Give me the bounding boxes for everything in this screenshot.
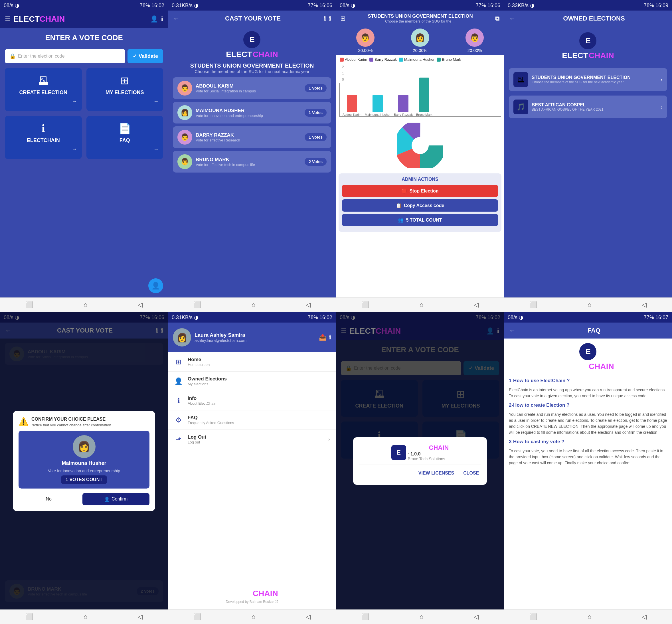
menu-icon[interactable]: ☰ [5, 16, 10, 23]
drawer-home-icon: ⊞ [174, 358, 183, 366]
nav-back-5[interactable]: ◁ [138, 613, 143, 621]
owned-header: ← OWNED ELECTIONS [504, 10, 672, 27]
nav-square-4[interactable]: ⬜ [529, 301, 537, 309]
fab-button[interactable]: 👤 [148, 278, 163, 293]
candidate-card-2[interactable]: 👨 BARRY RAZZAK Vote for effective Resear… [173, 126, 331, 148]
drawer-name: Laura Ashley Samira [195, 332, 247, 338]
back-button-2[interactable]: ← [173, 15, 180, 23]
validate-button[interactable]: ✓ Validate [128, 49, 163, 63]
nav-square[interactable]: ⬜ [25, 301, 33, 309]
drawer-logout-item[interactable]: ⬏ Log Out Log out › [168, 430, 336, 449]
bottom-nav-7: ⬜ ⌂ ◁ [336, 609, 504, 624]
nav-home-8[interactable]: ⌂ [588, 613, 591, 621]
my-elections-card[interactable]: ⊞ MY ELECTIONS → [86, 68, 163, 111]
faq-logo: E ELECT CHAIN [562, 343, 614, 371]
confirm-header: ⚠️ CONFIRM YOUR CHOICE PLEASE Notice tha… [19, 417, 150, 427]
faq-logo-elect: ELECT [562, 362, 588, 371]
nav-back-8[interactable]: ◁ [642, 613, 647, 621]
copy-btn-icon: 📋 [396, 203, 402, 208]
cast-title: CAST YOUR VOTE [185, 15, 321, 22]
bar-label-1: Maimouna Husher [365, 113, 390, 116]
nav-home-2[interactable]: ⌂ [252, 301, 255, 309]
nav-back-3[interactable]: ◁ [474, 301, 479, 309]
info-icon[interactable]: ℹ [161, 16, 163, 23]
bar-1 [372, 95, 383, 112]
drawer-upload-icon[interactable]: 📤 [319, 334, 327, 341]
status-left-3: 08/s ◑ [340, 2, 355, 8]
info-icon-2a[interactable]: ℹ [324, 15, 326, 22]
status-bar-8: 08/s ◑ 77% 16:07 [504, 312, 672, 322]
nav-square-6[interactable]: ⬜ [193, 613, 201, 621]
nav-square-8[interactable]: ⬜ [529, 613, 537, 621]
stop-election-button[interactable]: 🔴 Stop Election [342, 185, 498, 197]
total-count-button[interactable]: 👥 5 TOTAL COUNT [342, 214, 498, 226]
legend-label-2: Maimouna Husher [404, 57, 434, 61]
nav-back-6[interactable]: ◁ [306, 613, 311, 621]
candidate-card-1[interactable]: 👩 MAIMOUNA HUSHER Vote for Innovation an… [173, 102, 331, 124]
nav-square-7[interactable]: ⬜ [361, 613, 369, 621]
view-licenses-button[interactable]: VIEW LICENSES [416, 468, 456, 478]
faq-header: ← FAQ [504, 322, 672, 339]
about-overlay: E ELECT CHAIN ~1.0.0 Brave Tech Solution… [336, 312, 504, 609]
nav-back-7[interactable]: ◁ [474, 613, 479, 621]
drawer-info-item[interactable]: ℹ Info About ElectChain [168, 391, 336, 410]
electchain-card[interactable]: ℹ ELECTCHAIN → [5, 116, 82, 159]
candidate-card-0[interactable]: 👨 ABDOUL KARIM Vote for Social integrati… [173, 77, 331, 99]
app-logo: ELECT CHAIN [14, 15, 148, 24]
home-body: ENTER A VOTE CODE 🔒 Enter the election c… [0, 28, 168, 297]
confirm-notice: Notice that you cannot change after conf… [31, 423, 150, 427]
election-list-card-1[interactable]: 🎵 BEST AFRICAN GOSPEL BEST AFRICAN GOSPE… [509, 96, 667, 119]
nav-square-5[interactable]: ⬜ [25, 613, 33, 621]
faq-card[interactable]: 📄 FAQ → [86, 116, 163, 159]
owned-logo-elect: ELECT [562, 51, 588, 60]
election-list-card-0[interactable]: 🗳 STUDENTS UNION GOVERNMENT ELECTION Cho… [509, 68, 667, 91]
cand-avatar-2: 👨 [465, 28, 484, 47]
vote-input-field[interactable]: 🔒 Enter the election code [5, 49, 125, 63]
nav-back-4[interactable]: ◁ [642, 301, 647, 309]
nav-home[interactable]: ⌂ [83, 301, 87, 309]
nav-back[interactable]: ◁ [138, 301, 143, 309]
results-title: STUDENTS UNION GOVERNMENT ELECTION [348, 14, 493, 19]
drawer-home-item[interactable]: ⊞ Home Home screen [168, 352, 336, 372]
about-chain: CHAIN [429, 444, 449, 451]
drawer-owned-item[interactable]: 👤 Owned Elections My elections [168, 372, 336, 391]
candidate-card-3[interactable]: 👨 BRUNO MARK Vote for effective tech in … [173, 151, 331, 173]
close-about-button[interactable]: CLOSE [461, 468, 481, 478]
status-left-8: 08/s ◑ [508, 314, 523, 320]
grid-icon-3[interactable]: ⊞ [340, 15, 345, 22]
nav-square-2[interactable]: ⬜ [193, 301, 201, 309]
copy-icon-3[interactable]: ⧉ [495, 15, 500, 22]
election-card-desc-0: Choose the members of the SUG for the ne… [532, 80, 657, 84]
grid-icon: ⊞ [120, 75, 129, 87]
info-icon-2b[interactable]: ℹ [329, 15, 331, 22]
confirm-button[interactable]: 👤 Confirm [82, 493, 150, 505]
nav-home-5[interactable]: ⌂ [83, 613, 87, 621]
create-election-card[interactable]: 🗳 CREATE ELECTION → [5, 68, 82, 111]
home-grid: 🗳 CREATE ELECTION → ⊞ MY ELECTIONS → ℹ E… [5, 68, 163, 159]
nav-home-7[interactable]: ⌂ [419, 613, 423, 621]
cast-logo-chain: CHAIN [253, 50, 278, 59]
no-button[interactable]: No [19, 493, 79, 505]
screen-faq: 08/s ◑ 77% 16:07 ← FAQ E ELECT CHAIN 1-H… [504, 312, 672, 624]
nav-home-6[interactable]: ⌂ [252, 613, 255, 621]
copy-access-button[interactable]: 📋 Copy Access code [342, 199, 498, 212]
nav-home-4[interactable]: ⌂ [588, 301, 591, 309]
drawer-info-icon[interactable]: ℹ [329, 334, 331, 341]
user-icon[interactable]: 👤 [150, 16, 158, 23]
back-button-8[interactable]: ← [509, 327, 516, 335]
screen-drawer: 0.31KB/s ◑ 78% 16:02 👩 Laura Ashley Sami… [168, 312, 336, 624]
back-button-4[interactable]: ← [509, 15, 516, 23]
cast-header: ← CAST YOUR VOTE ℹ ℹ [168, 10, 336, 27]
nav-home-3[interactable]: ⌂ [419, 301, 423, 309]
drawer-info-sub: About ElectChain [188, 401, 330, 406]
screen-cast-confirm: 08/s ◑ 77% 16:06 ← CAST YOUR VOTE ℹ ℹ 👨 … [0, 312, 168, 624]
candidate-avatar-2: 👨 [177, 130, 192, 145]
bar-label-2: Barry Razzak [394, 113, 413, 116]
cand-avatar-1: 👩 [411, 28, 429, 47]
drawer-faq-item[interactable]: ⚙ FAQ Frequently Asked Questions [168, 410, 336, 430]
election-card-title-1: BEST AFRICAN GOSPEL [532, 102, 657, 107]
nav-square-3[interactable]: ⬜ [361, 301, 369, 309]
doc-icon: 📄 [119, 123, 131, 135]
candidate-desc-2: Vote for effective Research [196, 138, 301, 142]
nav-back-2[interactable]: ◁ [306, 301, 311, 309]
